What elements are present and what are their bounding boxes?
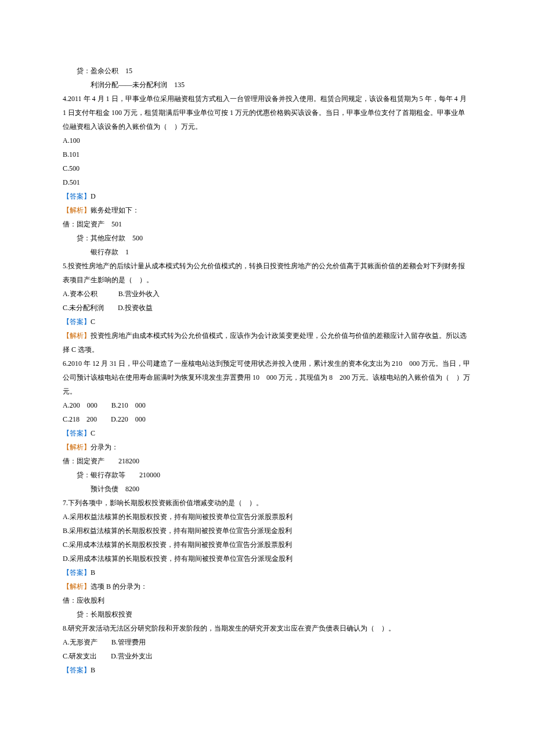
text-span: C.218 200 D.220 000 <box>63 415 146 423</box>
text-line: A.无形资产 B.管理费用 <box>63 635 471 649</box>
analysis-label: 【解析】 <box>63 332 91 340</box>
text-line: C.未分配利润 D.投资收益 <box>63 301 471 315</box>
text-line: 银行存款 1 <box>63 245 471 259</box>
text-span: C <box>91 318 95 326</box>
text-span: D.501 <box>63 178 80 186</box>
text-line: 7.下列各项中，影响长期股权投资账面价值增减变动的是（ ）。 <box>63 496 471 510</box>
text-span: 7.下列各项中，影响长期股权投资账面价值增减变动的是（ ）。 <box>63 499 263 507</box>
text-span: 借：固定资产 501 <box>63 220 122 228</box>
text-line: 借：应收股利 <box>63 593 471 607</box>
text-line: 预计负债 8200 <box>63 482 471 496</box>
text-span: 分录为： <box>91 443 118 451</box>
text-span: A.无形资产 B.管理费用 <box>63 638 146 646</box>
text-line: C.218 200 D.220 000 <box>63 412 471 426</box>
text-span: 投资性房地产由成本模式转为公允价值模式，应该作为会计政策变更处理，公允价值与价值… <box>63 332 467 354</box>
text-line: A.100 <box>63 134 471 147</box>
text-span: 利润分配——未分配利润 135 <box>91 81 185 89</box>
text-span: 借：应收股利 <box>63 596 104 604</box>
text-span: 银行存款 1 <box>91 248 129 256</box>
text-span: 6.2010 年 12 月 31 日，甲公司建造了一座核电站达到预定可使用状态并… <box>63 359 470 395</box>
text-line: 贷：长期股权投资 <box>63 607 471 621</box>
answer-label: 【答案】 <box>63 568 91 577</box>
text-line: A.200 000 B.210 000 <box>63 398 471 412</box>
analysis-label: 【解析】 <box>63 443 91 451</box>
text-line: 【解析】投资性房地产由成本模式转为公允价值模式，应该作为会计政策变更处理，公允价… <box>63 329 471 357</box>
text-span: 贷：银行存款等 210000 <box>77 471 160 479</box>
text-span: B.采用权益法核算的长期股权投资，持有期间被投资单位宣告分派现金股利 <box>63 527 292 535</box>
text-span: A.资本公积 B.营业外收入 <box>63 290 160 298</box>
text-line: 贷：盈余公积 15 <box>63 64 471 78</box>
text-line: 【解析】选项 B 的分录为： <box>63 579 471 593</box>
text-span: 预计负债 8200 <box>91 485 139 493</box>
text-line: A.资本公积 B.营业外收入 <box>63 287 471 301</box>
text-line: C.研发支出 D.营业外支出 <box>63 649 471 663</box>
text-line: 8.研究开发活动无法区分研究阶段和开发阶段的，当期发生的研究开发支出应在资产负债… <box>63 621 471 635</box>
text-line: 【答案】B <box>63 566 471 579</box>
text-line: B.101 <box>63 147 471 161</box>
text-line: 【答案】D <box>63 189 471 203</box>
text-span: 贷：盈余公积 15 <box>77 67 132 75</box>
text-span: C.500 <box>63 164 80 172</box>
text-span: D <box>91 192 96 200</box>
text-span: C.采用成本法核算的长期股权投资，持有期间被投资单位宣告分派股票股利 <box>63 541 292 549</box>
text-span: D.采用成本法核算的长期股权投资，持有期间被投资单位宣告分派现金股利 <box>63 555 293 563</box>
text-line: 【解析】账务处理如下： <box>63 203 471 217</box>
text-span: A.100 <box>63 136 80 145</box>
text-line: D.采用成本法核算的长期股权投资，持有期间被投资单位宣告分派现金股利 <box>63 552 471 566</box>
text-line: 贷：其他应付款 500 <box>63 231 471 245</box>
text-span: 5.投资性房地产的后续计量从成本模式转为公允价值模式的，转换日投资性房地产的公允… <box>63 262 465 284</box>
text-span: 贷：长期股权投资 <box>77 610 132 618</box>
answer-label: 【答案】 <box>63 666 91 674</box>
text-line: 借：固定资产 218200 <box>63 454 471 468</box>
text-span: A.200 000 B.210 000 <box>63 401 146 409</box>
text-span: C.未分配利润 D.投资收益 <box>63 304 153 312</box>
text-line: 【答案】C <box>63 315 471 329</box>
text-span: B <box>91 666 95 674</box>
text-line: 贷：银行存款等 210000 <box>63 468 471 482</box>
text-span: B <box>91 568 95 577</box>
text-span: C.研发支出 D.营业外支出 <box>63 652 153 660</box>
answer-label: 【答案】 <box>63 318 91 326</box>
text-line: 利润分配——未分配利润 135 <box>63 78 471 92</box>
document-content: 贷：盈余公积 15利润分配——未分配利润 1354.2011 年 4 月 1 日… <box>63 64 471 677</box>
text-span: 借：固定资产 218200 <box>63 457 139 465</box>
text-line: 6.2010 年 12 月 31 日，甲公司建造了一座核电站达到预定可使用状态并… <box>63 357 471 398</box>
text-line: 【答案】C <box>63 426 471 440</box>
text-span: 贷：其他应付款 500 <box>77 234 143 242</box>
text-span: C <box>91 429 95 437</box>
analysis-label: 【解析】 <box>63 582 91 591</box>
text-line: 借：固定资产 501 <box>63 217 471 231</box>
text-span: B.101 <box>63 150 80 159</box>
text-line: A.采用权益法核算的长期股权投资，持有期间被投资单位宣告分派股票股利 <box>63 510 471 524</box>
document-page: 贷：盈余公积 15利润分配——未分配利润 1354.2011 年 4 月 1 日… <box>0 0 534 756</box>
text-span: 选项 B 的分录为： <box>91 582 147 591</box>
analysis-label: 【解析】 <box>63 206 91 214</box>
text-line: C.采用成本法核算的长期股权投资，持有期间被投资单位宣告分派股票股利 <box>63 538 471 552</box>
text-span: 账务处理如下： <box>91 206 139 214</box>
text-line: D.501 <box>63 175 471 189</box>
text-line: 【答案】B <box>63 663 471 677</box>
text-line: C.500 <box>63 161 471 175</box>
text-span: 8.研究开发活动无法区分研究阶段和开发阶段的，当期发生的研究开发支出应在资产负债… <box>63 624 395 632</box>
text-line: 4.2011 年 4 月 1 日，甲事业单位采用融资租赁方式租入一台管理用设备并… <box>63 92 471 134</box>
answer-label: 【答案】 <box>63 429 91 437</box>
text-line: 【解析】分录为： <box>63 440 471 454</box>
text-line: B.采用权益法核算的长期股权投资，持有期间被投资单位宣告分派现金股利 <box>63 524 471 538</box>
answer-label: 【答案】 <box>63 192 91 200</box>
text-span: A.采用权益法核算的长期股权投资，持有期间被投资单位宣告分派股票股利 <box>63 513 293 521</box>
text-span: 4.2011 年 4 月 1 日，甲事业单位采用融资租赁方式租入一台管理用设备并… <box>63 95 468 131</box>
text-line: 5.投资性房地产的后续计量从成本模式转为公允价值模式的，转换日投资性房地产的公允… <box>63 259 471 287</box>
